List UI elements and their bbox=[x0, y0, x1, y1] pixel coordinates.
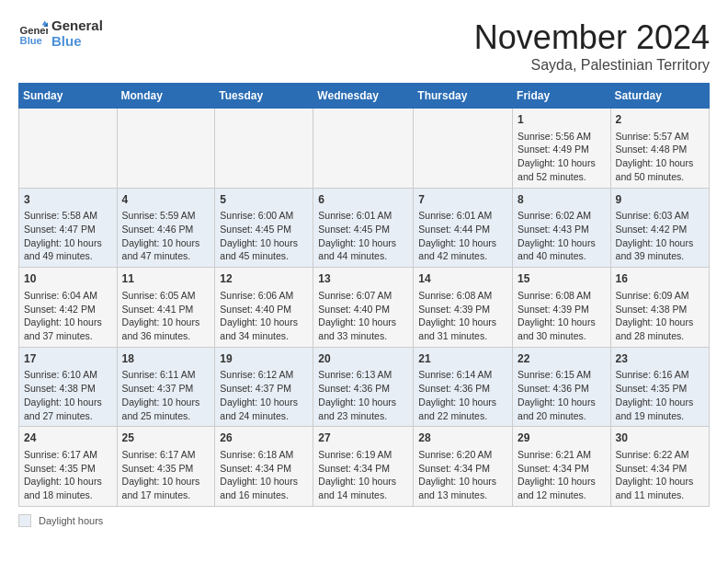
calendar-day-cell bbox=[215, 109, 313, 189]
legend-label: Daylight hours bbox=[39, 515, 103, 526]
calendar-day-cell: 4Sunrise: 5:59 AMSunset: 4:46 PMDaylight… bbox=[117, 188, 215, 268]
calendar-day-cell: 1Sunrise: 5:56 AMSunset: 4:49 PMDaylight… bbox=[513, 109, 611, 189]
day-info: Sunrise: 6:16 AMSunset: 4:35 PMDaylight:… bbox=[616, 368, 704, 422]
day-number: 27 bbox=[318, 431, 408, 446]
calendar-week-row: 17Sunrise: 6:10 AMSunset: 4:38 PMDayligh… bbox=[19, 347, 710, 427]
day-info: Sunrise: 6:13 AMSunset: 4:36 PMDaylight:… bbox=[318, 368, 408, 422]
day-number: 7 bbox=[418, 192, 507, 208]
calendar-week-row: 24Sunrise: 6:17 AMSunset: 4:35 PMDayligh… bbox=[19, 427, 710, 507]
calendar-day-cell: 30Sunrise: 6:22 AMSunset: 4:34 PMDayligh… bbox=[610, 427, 709, 507]
calendar-week-row: 1Sunrise: 5:56 AMSunset: 4:49 PMDaylight… bbox=[19, 109, 710, 189]
calendar-day-cell: 10Sunrise: 6:04 AMSunset: 4:42 PMDayligh… bbox=[19, 268, 118, 348]
day-info: Sunrise: 6:14 AMSunset: 4:36 PMDaylight:… bbox=[418, 368, 507, 422]
legend: Daylight hours bbox=[18, 514, 710, 527]
logo-icon: General Blue bbox=[18, 19, 48, 49]
calendar-day-cell bbox=[414, 109, 513, 189]
day-number: 17 bbox=[24, 351, 112, 367]
calendar-day-cell: 9Sunrise: 6:03 AMSunset: 4:42 PMDaylight… bbox=[610, 188, 709, 268]
day-number: 23 bbox=[616, 351, 704, 367]
calendar-day-cell: 24Sunrise: 6:17 AMSunset: 4:35 PMDayligh… bbox=[19, 427, 118, 507]
calendar-day-cell: 26Sunrise: 6:18 AMSunset: 4:34 PMDayligh… bbox=[215, 427, 313, 507]
logo: General Blue General Blue bbox=[18, 18, 103, 49]
calendar-day-cell: 27Sunrise: 6:19 AMSunset: 4:34 PMDayligh… bbox=[313, 427, 414, 507]
calendar-day-cell: 14Sunrise: 6:08 AMSunset: 4:39 PMDayligh… bbox=[414, 268, 513, 348]
calendar-day-cell: 6Sunrise: 6:01 AMSunset: 4:45 PMDaylight… bbox=[313, 188, 414, 268]
calendar-day-cell bbox=[313, 109, 414, 189]
calendar-week-row: 10Sunrise: 6:04 AMSunset: 4:42 PMDayligh… bbox=[19, 268, 710, 348]
day-number: 8 bbox=[518, 192, 606, 208]
svg-text:Blue: Blue bbox=[20, 35, 42, 46]
calendar-day-cell: 29Sunrise: 6:21 AMSunset: 4:34 PMDayligh… bbox=[513, 427, 611, 507]
day-info: Sunrise: 5:56 AMSunset: 4:49 PMDaylight:… bbox=[518, 130, 606, 184]
logo-text-general: General bbox=[51, 18, 103, 34]
calendar-day-cell: 11Sunrise: 6:05 AMSunset: 4:41 PMDayligh… bbox=[117, 268, 215, 348]
day-of-week-header: Wednesday bbox=[313, 84, 414, 109]
calendar-day-cell: 12Sunrise: 6:06 AMSunset: 4:40 PMDayligh… bbox=[215, 268, 313, 348]
calendar-day-cell: 2Sunrise: 5:57 AMSunset: 4:48 PMDaylight… bbox=[610, 109, 709, 189]
day-info: Sunrise: 6:03 AMSunset: 4:42 PMDaylight:… bbox=[616, 209, 704, 263]
calendar-day-cell: 28Sunrise: 6:20 AMSunset: 4:34 PMDayligh… bbox=[414, 427, 513, 507]
calendar-day-cell: 18Sunrise: 6:11 AMSunset: 4:37 PMDayligh… bbox=[117, 347, 215, 427]
day-number: 25 bbox=[122, 431, 210, 446]
header: General Blue General Blue November 2024 … bbox=[18, 18, 710, 74]
day-number: 22 bbox=[518, 351, 606, 367]
day-of-week-header: Monday bbox=[117, 84, 215, 109]
day-number: 4 bbox=[122, 192, 210, 208]
day-info: Sunrise: 5:57 AMSunset: 4:48 PMDaylight:… bbox=[616, 130, 704, 184]
legend-box bbox=[18, 514, 31, 527]
day-number: 6 bbox=[318, 192, 408, 208]
day-of-week-header: Thursday bbox=[414, 84, 513, 109]
day-info: Sunrise: 6:21 AMSunset: 4:34 PMDaylight:… bbox=[518, 448, 606, 502]
calendar-day-cell: 17Sunrise: 6:10 AMSunset: 4:38 PMDayligh… bbox=[19, 347, 118, 427]
day-info: Sunrise: 6:08 AMSunset: 4:39 PMDaylight:… bbox=[418, 289, 507, 343]
calendar-day-cell: 7Sunrise: 6:01 AMSunset: 4:44 PMDaylight… bbox=[414, 188, 513, 268]
title-area: November 2024 Sayda, Palestinian Territo… bbox=[474, 18, 710, 74]
calendar-day-cell: 3Sunrise: 5:58 AMSunset: 4:47 PMDaylight… bbox=[19, 188, 118, 268]
day-number: 28 bbox=[418, 431, 507, 446]
calendar-header-row: SundayMondayTuesdayWednesdayThursdayFrid… bbox=[19, 84, 710, 109]
day-number: 10 bbox=[24, 271, 112, 287]
day-info: Sunrise: 6:09 AMSunset: 4:38 PMDaylight:… bbox=[616, 289, 704, 343]
calendar-day-cell: 22Sunrise: 6:15 AMSunset: 4:36 PMDayligh… bbox=[513, 347, 611, 427]
day-of-week-header: Friday bbox=[513, 84, 611, 109]
calendar-day-cell: 5Sunrise: 6:00 AMSunset: 4:45 PMDaylight… bbox=[215, 188, 313, 268]
day-info: Sunrise: 6:17 AMSunset: 4:35 PMDaylight:… bbox=[24, 448, 112, 502]
calendar-day-cell: 20Sunrise: 6:13 AMSunset: 4:36 PMDayligh… bbox=[313, 347, 414, 427]
day-info: Sunrise: 5:59 AMSunset: 4:46 PMDaylight:… bbox=[122, 209, 210, 263]
logo-text-blue: Blue bbox=[51, 34, 103, 50]
day-number: 18 bbox=[122, 351, 210, 367]
day-number: 3 bbox=[24, 192, 112, 208]
day-info: Sunrise: 5:58 AMSunset: 4:47 PMDaylight:… bbox=[24, 209, 112, 263]
day-of-week-header: Sunday bbox=[19, 84, 118, 109]
day-number: 13 bbox=[318, 271, 408, 287]
calendar-table: SundayMondayTuesdayWednesdayThursdayFrid… bbox=[18, 83, 710, 507]
day-info: Sunrise: 6:08 AMSunset: 4:39 PMDaylight:… bbox=[518, 289, 606, 343]
day-number: 29 bbox=[518, 431, 606, 446]
day-number: 30 bbox=[616, 431, 704, 446]
day-info: Sunrise: 6:18 AMSunset: 4:34 PMDaylight:… bbox=[220, 448, 308, 502]
day-info: Sunrise: 6:07 AMSunset: 4:40 PMDaylight:… bbox=[318, 289, 408, 343]
day-number: 15 bbox=[518, 271, 606, 287]
day-number: 16 bbox=[616, 271, 704, 287]
day-number: 11 bbox=[122, 271, 210, 287]
calendar-day-cell: 19Sunrise: 6:12 AMSunset: 4:37 PMDayligh… bbox=[215, 347, 313, 427]
day-info: Sunrise: 6:10 AMSunset: 4:38 PMDaylight:… bbox=[24, 368, 112, 422]
month-title: November 2024 bbox=[474, 18, 710, 57]
calendar-week-row: 3Sunrise: 5:58 AMSunset: 4:47 PMDaylight… bbox=[19, 188, 710, 268]
day-info: Sunrise: 6:01 AMSunset: 4:45 PMDaylight:… bbox=[318, 209, 408, 263]
day-info: Sunrise: 6:15 AMSunset: 4:36 PMDaylight:… bbox=[518, 368, 606, 422]
day-number: 21 bbox=[418, 351, 507, 367]
day-info: Sunrise: 6:05 AMSunset: 4:41 PMDaylight:… bbox=[122, 289, 210, 343]
day-info: Sunrise: 6:20 AMSunset: 4:34 PMDaylight:… bbox=[418, 448, 507, 502]
day-info: Sunrise: 6:17 AMSunset: 4:35 PMDaylight:… bbox=[122, 448, 210, 502]
calendar-day-cell: 16Sunrise: 6:09 AMSunset: 4:38 PMDayligh… bbox=[610, 268, 709, 348]
calendar-day-cell: 15Sunrise: 6:08 AMSunset: 4:39 PMDayligh… bbox=[513, 268, 611, 348]
day-number: 9 bbox=[616, 192, 704, 208]
day-number: 5 bbox=[220, 192, 308, 208]
day-info: Sunrise: 6:02 AMSunset: 4:43 PMDaylight:… bbox=[518, 209, 606, 263]
day-number: 19 bbox=[220, 351, 308, 367]
day-number: 14 bbox=[418, 271, 507, 287]
day-number: 1 bbox=[518, 112, 606, 128]
day-info: Sunrise: 6:22 AMSunset: 4:34 PMDaylight:… bbox=[616, 448, 704, 502]
calendar-day-cell bbox=[19, 109, 118, 189]
